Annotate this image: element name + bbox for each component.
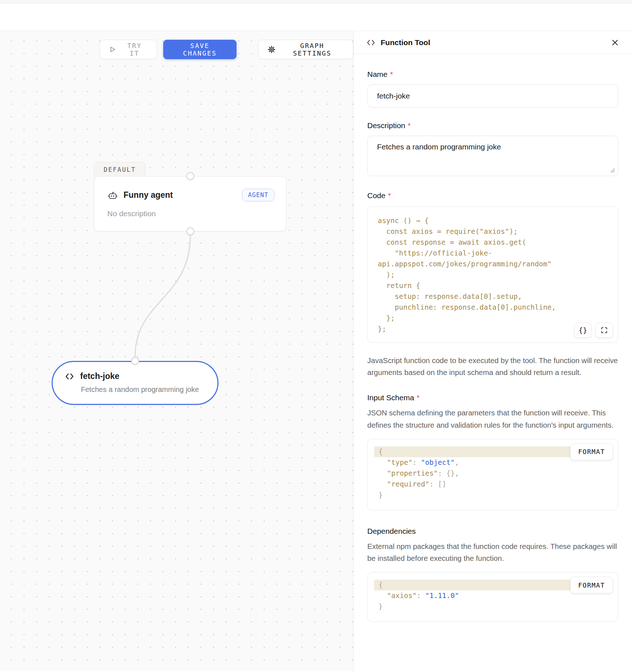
panel-title: Function Tool	[381, 38, 430, 47]
code-editor[interactable]: async () ⇒ { const axios = require("axio…	[367, 206, 618, 343]
resize-grip-icon[interactable]	[610, 167, 615, 173]
input-schema-label: Input Schema*	[367, 393, 618, 402]
tool-node-fetch-joke[interactable]: fetch-joke Fetches a random programming …	[52, 361, 218, 405]
tool-node-title: fetch-joke	[80, 371, 120, 381]
code-icon	[367, 39, 375, 46]
agent-node-title: Funny agent	[124, 190, 173, 200]
agent-node-description: No description	[107, 209, 274, 218]
code-editor-actions: {}	[574, 323, 613, 338]
edge-connector	[0, 31, 353, 671]
close-icon	[611, 39, 619, 47]
tool-node-description: Fetches a random programming joke	[81, 385, 207, 394]
fullscreen-icon	[601, 327, 608, 334]
required-asterisk: *	[408, 121, 411, 130]
robot-icon	[107, 190, 118, 201]
format-button[interactable]: FORMAT	[570, 444, 613, 460]
required-asterisk: *	[388, 191, 391, 200]
panel-header: Function Tool	[354, 31, 632, 54]
save-changes-button[interactable]: SAVE CHANGES	[163, 40, 237, 59]
required-asterisk: *	[417, 393, 420, 402]
app-root: TRY IT SAVE CHANGES GRAPH SETTINGS DEFAU…	[0, 0, 632, 671]
description-textarea[interactable]: Fetches a random programming joke	[367, 136, 618, 176]
graph-settings-button[interactable]: GRAPH SETTINGS	[258, 40, 353, 59]
graph-canvas[interactable]: TRY IT SAVE CHANGES GRAPH SETTINGS DEFAU…	[0, 31, 353, 671]
code-field-label: Code*	[367, 191, 618, 200]
format-button[interactable]: FORMAT	[570, 577, 613, 593]
format-braces-button[interactable]: {}	[574, 323, 592, 338]
expand-fullscreen-button[interactable]	[596, 323, 613, 338]
code-icon	[65, 372, 74, 381]
app-header-bar	[0, 4, 632, 31]
close-panel-button[interactable]	[611, 39, 619, 47]
gear-icon	[267, 45, 276, 54]
code-help-text: JavaScript function code to be executed …	[367, 354, 618, 378]
dependencies-editor[interactable]: { "axios": "1.11.0"} FORMAT	[367, 572, 618, 622]
save-changes-label: SAVE CHANGES	[172, 42, 228, 57]
dependencies-help-text: External npm packages that the function …	[367, 540, 618, 564]
function-tool-panel: Function Tool Name* Description*	[353, 31, 632, 671]
name-field-label: Name*	[367, 70, 618, 79]
code-editor-content: async () ⇒ { const axios = require("axio…	[377, 215, 609, 335]
agent-node-top-handle[interactable]	[186, 172, 194, 180]
agent-node-bottom-handle[interactable]	[186, 227, 194, 235]
agent-node[interactable]: Funny agent AGENT No description	[94, 176, 286, 231]
agent-type-badge: AGENT	[242, 189, 274, 201]
try-it-button[interactable]: TRY IT	[100, 40, 157, 59]
top-strip	[0, 0, 632, 4]
try-it-label: TRY IT	[121, 42, 148, 57]
panel-body: Name* Description* Fetches a random prog…	[354, 54, 632, 633]
canvas-toolbar: TRY IT SAVE CHANGES GRAPH SETTINGS	[100, 40, 353, 59]
required-asterisk: *	[390, 70, 393, 78]
graph-settings-label: GRAPH SETTINGS	[280, 42, 344, 57]
input-schema-editor[interactable]: { "type": "object", "properties": {}, "r…	[367, 439, 618, 510]
play-icon	[109, 45, 117, 53]
description-field-label: Description*	[367, 121, 618, 130]
dependencies-label: Dependencies	[367, 527, 618, 536]
input-schema-help-text: JSON schema defining the parameters that…	[367, 407, 618, 431]
name-input[interactable]	[367, 84, 618, 108]
tool-node-top-handle[interactable]	[131, 357, 139, 365]
